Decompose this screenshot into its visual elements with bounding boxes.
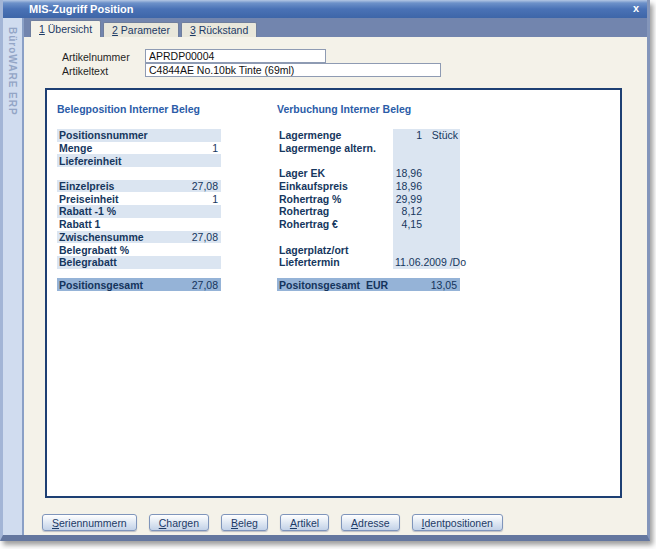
close-icon[interactable]: x bbox=[633, 0, 639, 16]
row-label: Rohertrag € bbox=[277, 218, 395, 230]
row-value: 1 bbox=[212, 142, 221, 154]
table-row: Rohertrag €4,15 bbox=[277, 218, 460, 231]
row-label: Lagermenge bbox=[277, 129, 395, 141]
artikeltext-label: Artikeltext bbox=[62, 65, 108, 77]
row-label: Einkaufspreis bbox=[277, 180, 395, 192]
row-value: 18,96 bbox=[395, 167, 425, 179]
left-column: Positionsnummer Menge1 Liefereinheit Ein… bbox=[57, 129, 221, 269]
tab-parameter[interactable]: 2 Parameter bbox=[103, 22, 179, 37]
tab-band: 1 Übersicht 2 Parameter 3 Rückstand bbox=[24, 18, 647, 37]
row-label: Belegrabatt bbox=[57, 256, 218, 268]
left-total-bar: Positionsgesamt 27,08 bbox=[57, 278, 221, 291]
artikelnummer-input[interactable] bbox=[145, 49, 326, 63]
row-unit: Stück bbox=[425, 129, 460, 141]
table-row: Belegrabatt % bbox=[57, 243, 221, 256]
identpositionen-button[interactable]: Identpositionen bbox=[412, 514, 503, 531]
row-label: Belegrabatt % bbox=[57, 244, 218, 256]
table-row: Lagermenge1Stück bbox=[277, 129, 460, 142]
brand-strip: BüroWARE ERP bbox=[3, 18, 24, 535]
row-value: 27,08 bbox=[192, 180, 221, 192]
tab-rueckstand[interactable]: 3 Rückstand bbox=[181, 22, 257, 37]
row-value: 4,15 bbox=[395, 218, 425, 230]
table-row: Liefereinheit bbox=[57, 154, 221, 167]
total-label: Positionsgesamt bbox=[57, 279, 192, 291]
table-row: Menge1 bbox=[57, 142, 221, 155]
table-row: Liefertermin11.06.2009 /Do bbox=[277, 256, 460, 269]
beleg-button[interactable]: Beleg bbox=[221, 514, 268, 531]
row-value: 27,08 bbox=[192, 231, 221, 243]
content-area: Artikelnummer Artikeltext Belegposition … bbox=[24, 37, 647, 535]
table-row: Rabatt -1 % bbox=[57, 205, 221, 218]
brand-label: BüroWARE ERP bbox=[7, 27, 18, 116]
tab-bar: 1 Übersicht 2 Parameter 3 Rückstand bbox=[30, 20, 257, 37]
row-value: 18,96 bbox=[395, 180, 425, 192]
table-row: Positionsnummer bbox=[57, 129, 221, 142]
total-value: 27,08 bbox=[192, 279, 221, 291]
table-row: Belegrabatt bbox=[57, 256, 221, 269]
row-value: 1 bbox=[395, 129, 425, 141]
row-label: Rabatt 1 bbox=[57, 218, 218, 230]
row-label: Lagerplatz/ort bbox=[277, 244, 395, 256]
left-section-header: Belegposition Interner Beleg bbox=[57, 103, 200, 115]
row-label: Lagermenge altern. bbox=[277, 142, 395, 154]
table-row: Lager EK18,96 bbox=[277, 167, 460, 180]
artikel-button[interactable]: Artikel bbox=[280, 514, 329, 531]
tab-uebersicht[interactable]: 1 Übersicht bbox=[30, 20, 101, 37]
title-bar[interactable]: MIS-Zugriff Position x bbox=[3, 0, 647, 18]
row-label: Menge bbox=[57, 142, 212, 154]
row-label: Zwischensumme bbox=[57, 231, 192, 243]
row-spacer bbox=[277, 154, 460, 167]
right-section-header: Verbuchung Interner Beleg bbox=[277, 103, 411, 115]
row-label: Liefertermin bbox=[277, 256, 395, 268]
table-row: Rabatt 1 bbox=[57, 218, 221, 231]
table-row: Rohertrag8,12 bbox=[277, 205, 460, 218]
row-value: 1 bbox=[212, 193, 221, 205]
table-row: Preiseinheit1 bbox=[57, 192, 221, 205]
row-label: Preiseinheit bbox=[57, 193, 212, 205]
row-label: Lager EK bbox=[277, 167, 395, 179]
table-row: Einkaufspreis18,96 bbox=[277, 180, 460, 193]
adresse-button[interactable]: Adresse bbox=[341, 514, 400, 531]
row-value: 11.06.2009 /Do bbox=[395, 256, 469, 268]
artikelnummer-label: Artikelnummer bbox=[62, 51, 130, 63]
table-row: Lagermenge altern. bbox=[277, 142, 460, 155]
row-spacer bbox=[277, 231, 460, 244]
chargen-button[interactable]: Chargen bbox=[149, 514, 209, 531]
row-value: 29,99 bbox=[395, 193, 425, 205]
row-label: Positionsnummer bbox=[57, 129, 218, 141]
right-column: Lagermenge1Stück Lagermenge altern. Lage… bbox=[277, 129, 460, 269]
row-label: Rabatt -1 % bbox=[57, 205, 218, 217]
window-title: MIS-Zugriff Position bbox=[29, 3, 133, 15]
row-label: Rohertrag bbox=[277, 205, 395, 217]
row-label: Einzelpreis bbox=[57, 180, 192, 192]
row-spacer bbox=[57, 167, 221, 180]
table-row: Lagerplatz/ort bbox=[277, 243, 460, 256]
row-label: Rohertrag % bbox=[277, 193, 395, 205]
right-total-bar: Positonsgesamt EUR 13,05 bbox=[277, 278, 460, 291]
footer-button-row: Seriennummern Chargen Beleg Artikel Adre… bbox=[42, 514, 503, 531]
total-label: Positonsgesamt EUR bbox=[277, 279, 431, 291]
row-label: Liefereinheit bbox=[57, 155, 218, 167]
artikeltext-input[interactable] bbox=[145, 63, 441, 77]
mis-zugriff-window: MIS-Zugriff Position x BüroWARE ERP 1 Üb… bbox=[0, 0, 650, 541]
table-row: Einzelpreis27,08 bbox=[57, 180, 221, 193]
table-row: Rohertrag %29,99 bbox=[277, 192, 460, 205]
table-row: Zwischensumme27,08 bbox=[57, 231, 221, 244]
row-value: 8,12 bbox=[395, 205, 425, 217]
total-value: 13,05 bbox=[431, 279, 460, 291]
position-detail-panel: Belegposition Interner Beleg Verbuchung … bbox=[45, 88, 622, 498]
seriennummern-button[interactable]: Seriennummern bbox=[42, 514, 137, 531]
